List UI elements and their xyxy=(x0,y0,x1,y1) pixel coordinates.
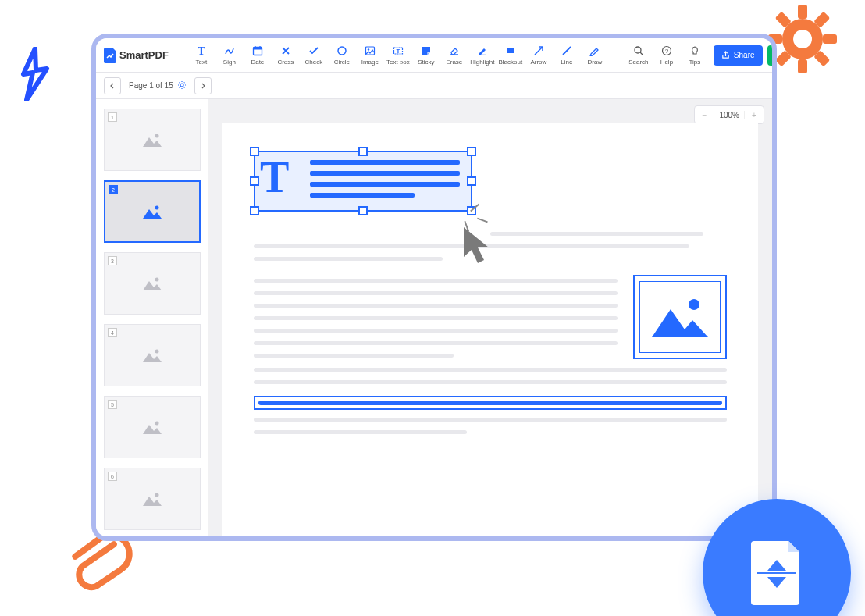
resize-handle-mr[interactable] xyxy=(467,176,476,186)
tool-list: TTextSignDateCrossCheckCircleImageTText … xyxy=(187,40,609,71)
thumbnail-number: 5 xyxy=(108,400,117,409)
help-icon: ? xyxy=(660,45,673,57)
arrow-icon xyxy=(532,45,545,57)
thumbnail-5[interactable]: 5 xyxy=(104,396,201,458)
tool-line[interactable]: Line xyxy=(553,40,581,71)
tool-draw[interactable]: Draw xyxy=(581,40,609,71)
tool-circle[interactable]: Circle xyxy=(328,40,356,71)
svg-point-34 xyxy=(155,422,159,426)
tool-label: Help xyxy=(660,59,673,66)
top-toolbar: SmartPDF TTextSignDateCrossCheckCircleIm… xyxy=(96,38,772,73)
svg-point-35 xyxy=(155,493,159,497)
text-lines-placeholder xyxy=(310,160,460,204)
svg-point-15 xyxy=(338,47,346,55)
svg-rect-37 xyxy=(757,572,796,574)
tool-label: Check xyxy=(305,59,323,66)
thumbnail-2[interactable]: 2 xyxy=(104,180,201,243)
tool-blackout[interactable]: Blackout xyxy=(497,40,525,71)
paragraph-placeholder xyxy=(254,279,618,366)
paragraph-placeholder xyxy=(254,368,727,393)
svg-point-33 xyxy=(155,350,159,354)
tool-label: Sticky xyxy=(418,59,434,66)
svg-rect-22 xyxy=(507,48,514,53)
svg-point-9 xyxy=(793,30,812,48)
tool-search[interactable]: Search xyxy=(625,40,653,71)
svg-point-30 xyxy=(155,134,159,138)
svg-text:?: ? xyxy=(665,48,669,55)
thumbnail-number: 6 xyxy=(108,472,117,481)
search-icon xyxy=(632,45,645,57)
tool-check[interactable]: Check xyxy=(300,40,328,71)
tool-tips[interactable]: Tips xyxy=(681,40,709,71)
check-icon xyxy=(308,45,320,57)
textbox-icon: T xyxy=(392,45,404,57)
svg-point-32 xyxy=(155,278,159,282)
svg-text:T: T xyxy=(198,45,205,56)
svg-point-29 xyxy=(180,84,183,87)
tips-icon xyxy=(689,45,701,57)
tool-highlight[interactable]: Highlight xyxy=(468,40,497,71)
resize-handle-tr[interactable] xyxy=(467,147,476,156)
download-icon xyxy=(775,51,777,59)
line-icon xyxy=(561,45,573,57)
image-icon xyxy=(141,131,163,148)
page-bar: Page 1 of 15 xyxy=(96,73,772,99)
thumbnail-number: 2 xyxy=(109,185,118,194)
tool-arrow[interactable]: Arrow xyxy=(525,40,553,71)
thumbnail-sidebar: 123456 xyxy=(96,99,208,536)
next-page-button[interactable] xyxy=(194,77,212,94)
tool-label: Sign xyxy=(223,59,236,66)
svg-rect-4 xyxy=(823,34,837,44)
app-window: SmartPDF TTextSignDateCrossCheckCircleIm… xyxy=(91,34,777,541)
circle-icon xyxy=(336,45,348,57)
thumbnail-number: 1 xyxy=(108,112,117,122)
share-button[interactable]: Share xyxy=(714,45,763,66)
download-button[interactable]: Download pdf xyxy=(767,45,777,66)
highlight-selection[interactable] xyxy=(254,396,727,410)
document-canvas[interactable]: T xyxy=(208,99,772,536)
tool-label: Arrow xyxy=(530,59,546,66)
brand-icon xyxy=(104,48,116,63)
thumbnail-1[interactable]: 1 xyxy=(104,109,201,171)
thumbnail-3[interactable]: 3 xyxy=(104,252,201,315)
thumbnail-4[interactable]: 4 xyxy=(104,324,201,386)
tool-sign[interactable]: Sign xyxy=(215,40,244,71)
image-icon xyxy=(141,418,163,436)
tool-label: Highlight xyxy=(470,59,494,66)
tool-sticky[interactable]: Sticky xyxy=(412,40,440,71)
resize-handle-bl[interactable] xyxy=(250,206,259,215)
image-icon xyxy=(141,203,163,220)
tool-text[interactable]: TText xyxy=(187,40,215,71)
share-label: Share xyxy=(734,51,755,59)
image-placeholder[interactable] xyxy=(633,275,727,359)
toolbar-actions: Share Download pdf xyxy=(714,45,777,66)
tool-date[interactable]: Date xyxy=(244,40,272,71)
resize-handle-ml[interactable] xyxy=(250,176,259,186)
highlight-icon xyxy=(476,45,489,57)
text-icon: T xyxy=(195,45,208,57)
document-page[interactable]: T xyxy=(222,123,758,541)
lightning-decoration-icon xyxy=(16,47,55,104)
tool-help[interactable]: ?Help xyxy=(653,40,681,71)
page-settings-icon[interactable] xyxy=(177,80,187,91)
resize-handle-tl[interactable] xyxy=(250,147,259,156)
paragraph-placeholder xyxy=(254,418,727,443)
resize-handle-tm[interactable] xyxy=(358,147,368,156)
thumbnail-6[interactable]: 6 xyxy=(104,468,201,530)
tool-erase[interactable]: Erase xyxy=(440,40,468,71)
resize-handle-bm[interactable] xyxy=(358,206,368,215)
tool-image[interactable]: Image xyxy=(356,40,384,71)
tool-textbox[interactable]: TText box xyxy=(384,40,412,71)
prev-page-button[interactable] xyxy=(104,77,121,94)
tool-label: Cross xyxy=(277,59,294,66)
erase-icon xyxy=(448,45,461,57)
page-text: Page 1 of 15 xyxy=(129,81,173,90)
svg-point-17 xyxy=(368,48,369,50)
tool-label: Date xyxy=(251,59,264,66)
thumbnail-number: 4 xyxy=(108,328,117,337)
tool-label: Erase xyxy=(446,59,462,66)
textbox-selection[interactable]: T xyxy=(254,151,472,212)
svg-rect-12 xyxy=(253,48,262,50)
tool-cross[interactable]: Cross xyxy=(272,40,300,71)
image-icon xyxy=(141,347,163,364)
